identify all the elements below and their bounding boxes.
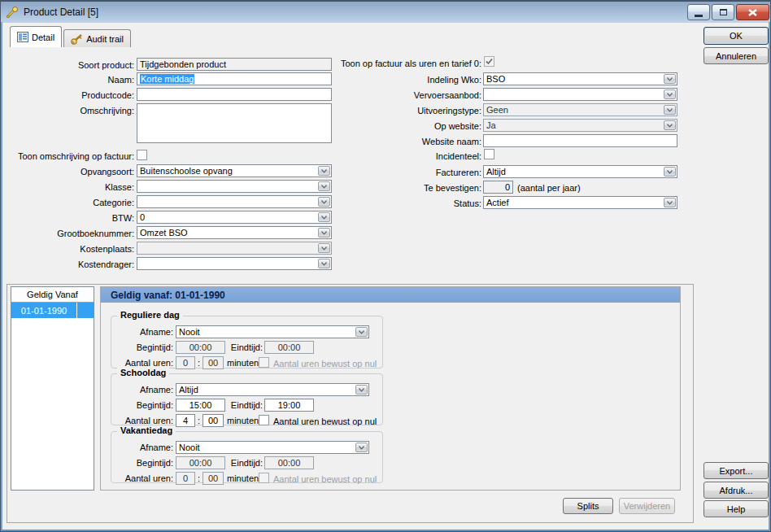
close-icon — [748, 9, 757, 16]
reguliere-bewust-checkbox[interactable] — [259, 357, 269, 368]
chevron-down-icon[interactable] — [664, 74, 676, 84]
chevron-down-icon[interactable] — [318, 259, 330, 268]
website-naam-input[interactable] — [483, 134, 677, 147]
ok-button[interactable]: OK — [703, 27, 769, 45]
close-button[interactable] — [736, 4, 769, 20]
reguliere-minuten-input[interactable]: 00 — [203, 356, 224, 369]
schooldag-afname-dropdown[interactable]: Altijd — [176, 383, 369, 396]
chevron-down-icon[interactable] — [355, 385, 368, 395]
toon-omschrijving-checkbox[interactable] — [137, 150, 147, 160]
reguliere-begintijd-value: 00:00 — [189, 342, 212, 352]
detail-tab-icon — [17, 32, 28, 42]
schooldag-minuten-value: 00 — [208, 416, 218, 425]
tab-audit-trail[interactable]: ? Audit trail — [63, 29, 131, 47]
chevron-down-icon[interactable] — [318, 212, 330, 222]
schooldag-begintijd-input[interactable]: 15:00 — [176, 399, 225, 412]
chevron-down-icon[interactable] — [664, 198, 676, 207]
tab-detail[interactable]: Detail — [10, 26, 62, 47]
geldig-vanaf-list[interactable]: Geldig Vanaf 01-01-1990 — [11, 286, 94, 491]
chevron-down-icon[interactable] — [318, 181, 330, 191]
indeling-wko-value: BSO — [486, 74, 505, 84]
tab-detail-label: Detail — [32, 33, 54, 42]
validity-panel-title: Geldig vanaf: 01-01-1990 — [111, 290, 225, 301]
uitvoeringstype-label: Uitvoeringstype: — [338, 105, 481, 116]
reguliere-begintijd-input[interactable]: 00:00 — [176, 341, 225, 354]
chevron-down-icon[interactable] — [318, 243, 330, 253]
reguliere-eindtijd-input[interactable]: 00:00 — [264, 341, 314, 354]
btw-dropdown[interactable]: 0 — [137, 211, 332, 224]
minuten-label: minuten — [227, 415, 259, 426]
chevron-down-icon[interactable] — [355, 443, 368, 452]
minimize-button[interactable] — [687, 4, 710, 20]
vakantiedag-bewust-checkbox[interactable] — [259, 473, 269, 483]
schooldag-bewust-checkbox[interactable] — [259, 415, 269, 425]
reguliere-uren-input[interactable]: 0 — [176, 356, 195, 369]
vakantiedag-minuten-input[interactable]: 00 — [203, 472, 224, 485]
vakantiedag-eindtijd-value: 00:00 — [278, 458, 301, 468]
omschrijving-textarea[interactable] — [137, 103, 332, 143]
te-bevestigen-input[interactable]: 0 — [483, 181, 513, 194]
naam-input[interactable]: Korte middag — [137, 72, 332, 85]
splits-button[interactable]: Splits — [563, 498, 613, 514]
aantal-uren-label: Aantal uren: — [111, 473, 173, 484]
schooldag-eindtijd-value: 19:00 — [278, 400, 301, 410]
checkmark-icon — [486, 58, 493, 65]
schooldag-uren-input[interactable]: 4 — [176, 414, 195, 427]
validity-detail-panel: Geldig vanaf: 01-01-1990 Reguliere dag A… — [100, 286, 681, 491]
chevron-down-icon[interactable] — [318, 166, 330, 176]
categorie-dropdown[interactable] — [137, 195, 332, 208]
vakantiedag-afname-dropdown[interactable]: Nooit — [176, 441, 369, 454]
export-button[interactable]: Export... — [703, 462, 769, 479]
maximize-button[interactable] — [712, 4, 734, 20]
vakantiedag-begintijd-input[interactable]: 00:00 — [176, 456, 225, 469]
chevron-down-icon[interactable] — [664, 167, 676, 177]
vakantiedag-uren-input[interactable]: 0 — [176, 472, 195, 485]
btw-label: BTW: — [7, 212, 134, 224]
eindtijd-label: Eindtijd: — [225, 457, 263, 469]
te-bevestigen-label: Te bevestigen: — [338, 182, 481, 194]
vervoersaanbod-dropdown[interactable] — [483, 88, 677, 101]
chevron-down-icon[interactable] — [355, 327, 368, 337]
geldig-vanaf-list-header[interactable]: Geldig Vanaf — [11, 287, 94, 303]
geldig-vanaf-header-label: Geldig Vanaf — [27, 290, 78, 299]
status-dropdown[interactable]: Actief — [483, 196, 677, 209]
schooldag-eindtijd-input[interactable]: 19:00 — [264, 399, 314, 412]
vakantiedag-uren-value: 0 — [183, 473, 188, 483]
toon-op-factuur-label: Toon op factuur als uren en tarief 0: — [338, 58, 481, 69]
annuleren-button[interactable]: Annuleren — [703, 47, 769, 64]
indeling-wko-label: Indeling Wko: — [338, 74, 481, 85]
bewust-op-nul-label: Aantal uren bewust op nul — [273, 416, 381, 427]
afname-label: Afname: — [111, 326, 173, 338]
uitvoeringstype-dropdown[interactable]: Geen — [483, 103, 677, 116]
verwijderen-button[interactable]: Verwijderen — [619, 498, 675, 514]
opvangsoort-dropdown[interactable]: Buitenschoolse opvang — [137, 164, 332, 177]
productcode-input[interactable] — [137, 88, 332, 101]
btw-value: 0 — [140, 212, 145, 222]
incidenteel-checkbox[interactable] — [484, 149, 494, 159]
chevron-down-icon[interactable] — [664, 120, 676, 130]
help-button[interactable]: Help — [703, 500, 769, 517]
te-bevestigen-suffix: (aantal per jaar) — [517, 182, 615, 194]
schooldag-minuten-input[interactable]: 00 — [203, 414, 224, 427]
toon-op-factuur-checkbox[interactable] — [484, 56, 494, 67]
vakantiedag-eindtijd-input[interactable]: 00:00 — [264, 456, 314, 469]
afdruk-button[interactable]: Afdruk... — [703, 482, 769, 499]
schooldag-uren-value: 4 — [183, 416, 188, 425]
chevron-down-icon[interactable] — [318, 197, 330, 207]
op-website-dropdown[interactable]: Ja — [483, 119, 677, 132]
chevron-down-icon[interactable] — [318, 228, 330, 238]
grootboeknummer-dropdown[interactable]: Omzet BSO — [137, 226, 332, 239]
group-schooldag: Schooldag Afname: Altijd Begintijd: 15:0… — [111, 373, 383, 425]
kostenplaats-dropdown[interactable] — [137, 242, 332, 255]
reguliere-afname-dropdown[interactable]: Nooit — [176, 325, 369, 338]
indeling-wko-dropdown[interactable]: BSO — [483, 72, 677, 85]
list-item-selected[interactable]: 01-01-1990 — [11, 303, 94, 318]
op-website-value: Ja — [486, 120, 496, 130]
kostendrager-dropdown[interactable] — [137, 257, 332, 270]
title-bar[interactable]: Product Detail [5] — [0, 0, 771, 23]
factureren-dropdown[interactable]: Altijd — [483, 165, 677, 178]
klasse-dropdown[interactable] — [137, 180, 332, 193]
begintijd-label: Begintijd: — [111, 457, 173, 469]
chevron-down-icon[interactable] — [664, 105, 676, 115]
chevron-down-icon[interactable] — [664, 89, 676, 99]
